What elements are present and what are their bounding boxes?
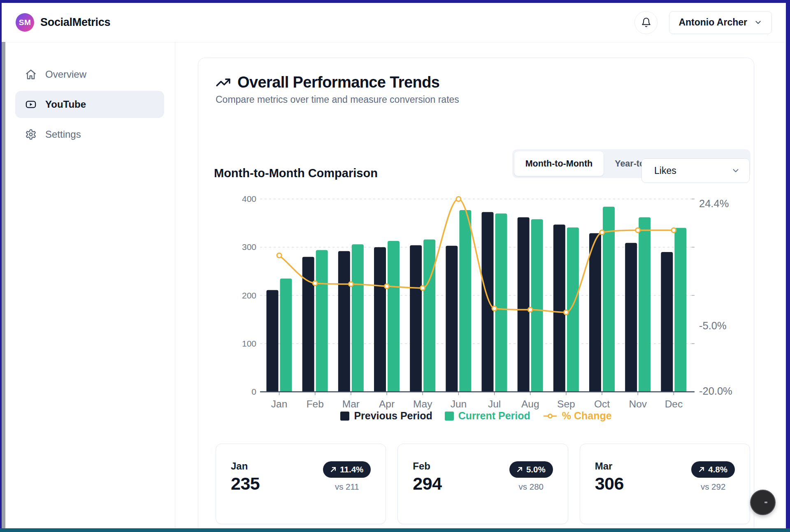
svg-text:Nov: Nov [629,398,647,409]
chart-legend: Previous Period Current Period % Change [198,410,754,422]
sidebar-item-youtube[interactable]: YouTube [15,91,164,118]
bell-icon [641,17,651,28]
user-name: Antonio Archer [678,17,747,28]
panel-title-row: Overall Performance Trends [216,74,439,91]
page-border-top [0,0,790,3]
arrow-up-right-icon [699,467,704,472]
svg-text:Sep: Sep [557,398,575,409]
page-border-bottom [0,528,790,532]
page-border-left [0,0,2,532]
stat-value: 235 [231,474,260,494]
svg-text:Jan: Jan [271,398,288,409]
sidebar-item-settings[interactable]: Settings [15,121,164,148]
change-badge: 11.4% [323,461,371,478]
stat-vs: vs 211 [335,482,359,492]
legend-swatch-previous [340,412,349,421]
svg-text:Mar: Mar [342,398,360,409]
brand: SM SocialMetrics [16,13,110,32]
svg-text:24.4%: 24.4% [699,198,729,209]
legend-label: Previous Period [354,410,432,422]
stat-card-feb[interactable]: Feb 294 5.0% vs 280 [397,444,568,524]
stat-month: Jan [231,460,248,472]
svg-text:Apr: Apr [379,398,395,409]
gear-icon [25,129,37,140]
brand-name: SocialMetrics [40,16,110,29]
header-actions: Antonio Archer [634,11,772,34]
legend-pct-change[interactable]: % Change [543,410,612,422]
metric-select-value: Likes [654,165,676,176]
chevron-down-icon [754,18,762,27]
sidebar-item-label: Overview [45,69,86,80]
stat-card-jan[interactable]: Jan 235 11.4% vs 211 [216,444,386,524]
page-border-right [786,0,790,532]
sidebar-item-label: Settings [45,129,81,140]
svg-text:400: 400 [242,194,256,204]
legend-current-period[interactable]: Current Period [445,410,530,422]
stat-card-mar[interactable]: Mar 306 4.8% vs 292 [580,444,750,524]
stat-value: 294 [413,474,441,494]
vertical-scrollbar[interactable] [2,42,5,528]
change-badge: 5.0% [509,461,553,478]
svg-text:-20.0%: -20.0% [699,385,732,397]
legend-label: Current Period [458,410,530,422]
legend-label: % Change [562,410,612,422]
legend-line-icon [543,413,558,419]
sidebar-item-overview[interactable]: Overview [15,61,164,88]
app-header: SM SocialMetrics Antonio Archer [2,3,786,42]
stat-cards: Jan 235 11.4% vs 211 Feb 29 [216,444,750,524]
stat-value: 306 [595,474,624,494]
sidebar-item-label: YouTube [45,99,86,110]
stat-month: Feb [413,460,430,472]
youtube-icon [25,99,37,110]
svg-text:200: 200 [242,291,256,300]
section-title: Month-to-Month Comparison [214,167,378,180]
page-title: Overall Performance Trends [237,74,439,91]
performance-panel: Overall Performance Trends Compare metri… [198,58,754,532]
home-icon [25,69,37,80]
legend-previous-period[interactable]: Previous Period [340,410,432,422]
stat-vs: vs 280 [519,482,544,492]
svg-text:May: May [413,398,432,409]
svg-text:300: 300 [242,242,256,252]
svg-text:100: 100 [242,339,256,348]
tab-month-to-month[interactable]: Month-to-Month [514,151,604,176]
stat-vs: vs 292 [701,482,725,492]
legend-swatch-current [445,412,454,421]
user-menu-button[interactable]: Antonio Archer [669,11,772,34]
svg-text:Jul: Jul [488,398,501,409]
stat-month: Mar [595,460,613,472]
svg-text:Dec: Dec [665,398,683,409]
metric-select[interactable]: Likes [641,158,750,183]
svg-text:Aug: Aug [521,398,539,409]
svg-text:Oct: Oct [594,398,610,409]
app-root: SM SocialMetrics Antonio Archer [0,0,790,532]
svg-text:0: 0 [251,387,256,396]
notifications-button[interactable] [634,11,658,34]
brand-logo: SM [16,13,34,32]
svg-text:Feb: Feb [307,398,324,409]
comparison-chart[interactable]: 010020030040024.4%-5.0%-20.0%JanFebMarAp… [198,190,755,430]
arrow-up-right-icon [517,467,523,472]
chevron-down-icon [731,166,740,175]
arrow-up-right-icon [330,467,336,472]
trending-up-icon [216,75,231,90]
floating-widget-button[interactable] [750,490,776,515]
svg-text:Jun: Jun [451,398,467,409]
page-subtitle: Compare metrics over time and measure co… [216,94,459,105]
change-badge: 4.8% [691,461,735,478]
sidebar: Overview YouTube Settings [2,42,175,528]
svg-text:-5.0%: -5.0% [699,320,727,331]
